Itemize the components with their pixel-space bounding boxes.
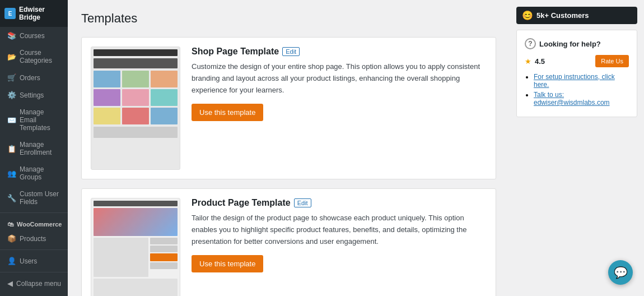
sidebar-divider-3 bbox=[0, 272, 68, 272]
sidebar-item-label: Products bbox=[20, 235, 46, 243]
preview-grid-2 bbox=[94, 89, 178, 106]
sidebar-section-woocommerce: 🛍 WooCommerce bbox=[0, 215, 68, 230]
sidebar-item-settings[interactable]: ⚙️ Settings bbox=[0, 86, 68, 104]
preview-cell bbox=[122, 89, 149, 106]
sidebar-item-manage-groups[interactable]: 👥 Manage Groups bbox=[0, 161, 68, 186]
preview-cell bbox=[122, 71, 149, 87]
badge-emoji-icon: 😊 bbox=[522, 10, 533, 21]
help-title: Looking for help? bbox=[539, 40, 601, 48]
shop-template-card: Shop Page Template Edit Customize the de… bbox=[81, 37, 496, 179]
sidebar-divider-1 bbox=[0, 212, 68, 213]
right-sidebar: 😊 5k+ Customers ? Looking for help? ★ 4.… bbox=[510, 0, 644, 296]
sidebar-item-manage-email-templates[interactable]: ✉️ Manage Email Templates bbox=[0, 104, 68, 136]
preview-cell bbox=[94, 71, 120, 87]
preview-btn-sm bbox=[150, 253, 178, 261]
sidebar-item-label: Custom User Fields bbox=[20, 190, 62, 206]
sidebar-item-course-categories[interactable]: 📂 Course Categories bbox=[0, 44, 68, 69]
templates-area: Templates bbox=[68, 0, 510, 296]
shop-template-name: Shop Page Template Edit bbox=[192, 47, 487, 57]
categories-icon: 📂 bbox=[7, 53, 16, 61]
sidebar-item-label: Orders bbox=[20, 74, 40, 82]
woocommerce-icon: 🛍 bbox=[7, 221, 13, 228]
sidebar-brand: E Edwiser Bridge bbox=[0, 0, 68, 27]
product-template-description: Tailor the design of the product page to… bbox=[192, 212, 487, 247]
shop-use-template-button[interactable]: Use this template bbox=[192, 104, 263, 121]
sidebar-divider-2 bbox=[0, 249, 68, 250]
customers-badge: 😊 5k+ Customers bbox=[516, 7, 637, 24]
preview-footer bbox=[94, 127, 178, 138]
product-use-template-button[interactable]: Use this template bbox=[192, 255, 263, 272]
help-header: ? Looking for help? bbox=[525, 38, 629, 49]
preview-hero bbox=[94, 208, 178, 236]
product-template-card: Product Page Template Edit Tailor the de… bbox=[81, 188, 496, 296]
customers-badge-text: 5k+ Customers bbox=[536, 11, 589, 20]
help-question-icon: ? bbox=[525, 38, 536, 49]
shop-template-edit-link[interactable]: Edit bbox=[282, 47, 300, 56]
preview-right bbox=[150, 238, 178, 277]
preview-line bbox=[150, 238, 178, 244]
product-template-info: Product Page Template Edit Tailor the de… bbox=[192, 198, 487, 296]
preview-row bbox=[94, 238, 178, 277]
rating-value: 4.5 bbox=[535, 57, 545, 66]
help-link-setup[interactable]: For setup instructions, click here. bbox=[534, 73, 615, 89]
email-icon: ✉️ bbox=[7, 116, 16, 124]
help-link-contact[interactable]: Talk to us: edwiser@wisdmlabs.com bbox=[534, 91, 610, 107]
product-template-name: Product Page Template Edit bbox=[192, 198, 487, 208]
preview-nav bbox=[94, 58, 178, 68]
shop-template-description: Customize the design of your entire shop… bbox=[192, 61, 487, 96]
help-card: ? Looking for help? ★ 4.5 Rate Us For se… bbox=[516, 30, 637, 117]
sidebar: E Edwiser Bridge 📚 Courses 📂 Course Cate… bbox=[0, 0, 68, 296]
sidebar-item-courses[interactable]: 📚 Courses bbox=[0, 27, 68, 44]
sidebar-item-label: Courses bbox=[20, 32, 45, 40]
sidebar-item-label: Users bbox=[20, 257, 37, 265]
products-icon: 📦 bbox=[7, 234, 16, 243]
sidebar-item-label: Manage Groups bbox=[20, 165, 62, 181]
preview-left bbox=[94, 238, 148, 277]
sidebar-item-label: Collapse menu bbox=[16, 280, 61, 288]
sidebar-item-custom-user-fields[interactable]: 🔧 Custom User Fields bbox=[0, 186, 68, 210]
sidebar-item-collapse[interactable]: ◀ Collapse menu bbox=[0, 275, 68, 292]
content-wrapper: Templates bbox=[68, 0, 644, 296]
star-icon: ★ bbox=[525, 57, 531, 66]
orders-icon: 🛒 bbox=[7, 73, 16, 82]
shop-template-preview bbox=[91, 47, 180, 170]
brand-logo-icon: E bbox=[4, 8, 16, 19]
preview-cell bbox=[94, 108, 120, 124]
preview-cell bbox=[151, 108, 178, 124]
sidebar-item-orders[interactable]: 🛒 Orders bbox=[0, 69, 68, 86]
rate-us-button[interactable]: Rate Us bbox=[595, 55, 629, 67]
sidebar-item-label: Manage Email Templates bbox=[20, 108, 62, 132]
preview-line bbox=[150, 262, 178, 269]
product-template-edit-link[interactable]: Edit bbox=[294, 198, 311, 207]
woocommerce-label: WooCommerce bbox=[17, 221, 62, 228]
settings-icon: ⚙️ bbox=[7, 91, 16, 99]
help-link-item-1: For setup instructions, click here. bbox=[534, 73, 629, 89]
page-title: Templates bbox=[81, 11, 496, 26]
preview-grid-3 bbox=[94, 108, 178, 124]
preview-header bbox=[94, 201, 178, 206]
preview-grid-1 bbox=[94, 71, 178, 87]
chat-icon: 💬 bbox=[614, 266, 628, 279]
users-icon: 👤 bbox=[7, 257, 16, 265]
collapse-icon: ◀ bbox=[7, 279, 13, 288]
preview-line bbox=[150, 246, 178, 252]
sidebar-item-users[interactable]: 👤 Users bbox=[0, 252, 68, 270]
enrollment-icon: 📋 bbox=[7, 145, 16, 153]
sidebar-item-label: Course Categories bbox=[20, 49, 62, 64]
preview-cell bbox=[151, 71, 178, 87]
chat-bubble[interactable]: 💬 bbox=[608, 260, 633, 285]
shop-template-info: Shop Page Template Edit Customize the de… bbox=[192, 47, 487, 170]
product-template-preview bbox=[91, 198, 180, 296]
help-links-list: For setup instructions, click here. Talk… bbox=[525, 73, 629, 107]
main-area: Templates bbox=[68, 0, 644, 296]
sidebar-item-products[interactable]: 📦 Products bbox=[0, 230, 68, 247]
help-link-item-2: Talk to us: edwiser@wisdmlabs.com bbox=[534, 91, 629, 107]
courses-icon: 📚 bbox=[7, 31, 16, 40]
custom-fields-icon: 🔧 bbox=[7, 194, 16, 202]
sidebar-item-manage-enrollment[interactable]: 📋 Manage Enrollment bbox=[0, 136, 68, 161]
preview-cell bbox=[151, 89, 178, 106]
groups-icon: 👥 bbox=[7, 169, 16, 178]
preview-bottom bbox=[94, 279, 178, 296]
preview-cell bbox=[122, 108, 149, 124]
preview-cell bbox=[94, 89, 120, 106]
